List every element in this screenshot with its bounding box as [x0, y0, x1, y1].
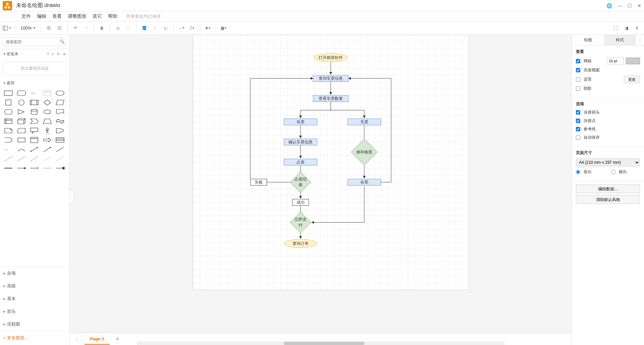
- autosave-checkbox[interactable]: [576, 135, 580, 140]
- horizontal-scrollbar[interactable]: [137, 342, 504, 345]
- fill-color-icon[interactable]: 🪣: [140, 24, 149, 32]
- globe-icon[interactable]: 🌐: [606, 3, 612, 8]
- zoom-selector[interactable]: 100%▼: [18, 25, 38, 30]
- to-back-icon[interactable]: ▢: [124, 24, 133, 32]
- node-fail[interactable]: 失败: [250, 179, 267, 186]
- close-button[interactable]: ✕: [637, 3, 641, 8]
- shape-and[interactable]: [3, 136, 13, 144]
- shadow-icon[interactable]: ◧: [161, 24, 170, 32]
- shape-triangle[interactable]: [16, 108, 26, 116]
- grid-color-swatch[interactable]: [626, 58, 640, 64]
- menu-file[interactable]: 文件: [21, 13, 31, 19]
- minimize-button[interactable]: —: [618, 3, 622, 8]
- shape-link3[interactable]: [29, 164, 39, 172]
- shape-container[interactable]: [29, 136, 39, 144]
- scratchpad-close-icon[interactable]: ✕: [63, 52, 66, 57]
- portrait-radio[interactable]: [576, 170, 580, 174]
- node-reserve-result[interactable]: 占座结果: [293, 175, 308, 190]
- shape-dotted-bidir[interactable]: [42, 155, 52, 162]
- pagesize-select[interactable]: A4 (210 mm x 297 mm): [576, 158, 640, 166]
- shape-line[interactable]: [55, 146, 65, 153]
- shapes-section-header[interactable]: 通用: [0, 78, 69, 87]
- shape-process[interactable]: [29, 99, 39, 106]
- node-start[interactable]: 打开购票软件: [314, 53, 347, 62]
- shape-dashed-line[interactable]: [29, 155, 39, 162]
- format-panel-icon[interactable]: ◨: [622, 24, 631, 32]
- pages-menu-icon[interactable]: ⋮: [72, 335, 82, 344]
- to-front-icon[interactable]: ▣: [113, 24, 122, 32]
- scratchpad-help-icon[interactable]: ?: [47, 52, 49, 57]
- pageview-checkbox[interactable]: [576, 68, 580, 72]
- shape-internal-storage[interactable]: [3, 118, 13, 125]
- shape-tape[interactable]: [55, 118, 65, 125]
- shape-callout[interactable]: [29, 127, 39, 134]
- node-check-qty[interactable]: 查看车票数量: [313, 95, 348, 102]
- fullscreen-icon[interactable]: ⛶: [611, 24, 620, 32]
- zoom-out-icon[interactable]: [55, 24, 64, 32]
- tab-style[interactable]: 样式: [604, 35, 636, 45]
- edit-data-button[interactable]: 编辑数据...: [576, 185, 640, 193]
- node-waitlist[interactable]: 候补购票: [355, 143, 374, 161]
- line-color-icon[interactable]: ✎: [151, 24, 159, 32]
- menu-arrange[interactable]: 调整图形: [68, 13, 87, 19]
- shadow-checkbox[interactable]: [576, 86, 580, 91]
- more-shapes-button[interactable]: + 更多图形...: [0, 331, 69, 345]
- node-pay-now[interactable]: 立即支付: [293, 215, 308, 230]
- node-query-order[interactable]: 查询订单: [284, 239, 317, 248]
- search-icon[interactable]: 🔍: [60, 39, 65, 44]
- background-checkbox[interactable]: [576, 77, 580, 82]
- shape-card[interactable]: [16, 127, 26, 134]
- shape-cylinder[interactable]: [29, 108, 39, 116]
- shape-square[interactable]: [3, 99, 13, 106]
- insert-icon[interactable]: +▼: [204, 24, 212, 32]
- shape-link2[interactable]: [16, 164, 26, 172]
- scratchpad-title[interactable]: 便笺本: [3, 51, 18, 57]
- clear-style-button[interactable]: 清除默认风格: [576, 195, 640, 204]
- shape-link1[interactable]: [3, 164, 13, 172]
- node-has-ticket2[interactable]: 有票: [347, 179, 381, 186]
- shape-document[interactable]: [55, 108, 65, 116]
- guides-checkbox[interactable]: [576, 127, 580, 131]
- add-page-button[interactable]: +: [112, 336, 123, 343]
- shape-cube[interactable]: [16, 118, 26, 125]
- sidebar-toggle-icon[interactable]: ▼: [3, 24, 11, 32]
- menu-edit[interactable]: 编辑: [37, 13, 46, 19]
- shape-ellipse[interactable]: [55, 89, 65, 97]
- delete-icon[interactable]: 🗑: [98, 24, 106, 32]
- grid-size-input[interactable]: [607, 57, 624, 65]
- shape-link4[interactable]: [42, 164, 52, 172]
- table-icon[interactable]: ▦▼: [219, 24, 228, 32]
- shape-hexagon[interactable]: [3, 108, 13, 116]
- scratchpad-dropzone[interactable]: 把元素拖至此处: [3, 62, 67, 75]
- shape-actor[interactable]: [42, 127, 52, 134]
- sidebar-collapse-handle[interactable]: ⋮: [70, 190, 74, 203]
- category-misc[interactable]: 杂项: [0, 267, 69, 280]
- change-bg-button[interactable]: 更改: [624, 76, 640, 83]
- shape-cloud[interactable]: [42, 108, 52, 116]
- node-success[interactable]: 成功: [292, 199, 309, 206]
- node-reserve[interactable]: 占座: [284, 159, 317, 165]
- node-no-ticket[interactable]: 无票: [347, 119, 381, 125]
- waypoint-icon[interactable]: ⤴▼: [188, 24, 197, 32]
- search-input[interactable]: [3, 38, 67, 46]
- shape-trapezoid[interactable]: [42, 118, 52, 125]
- shape-datastore[interactable]: [16, 136, 26, 144]
- node-query-info[interactable]: 查询车票信息: [313, 75, 348, 82]
- shape-note[interactable]: [3, 127, 13, 134]
- shape-rounded-rect[interactable]: [16, 89, 26, 97]
- collapse-expand-icon[interactable]: ⇕: [633, 24, 641, 32]
- tab-diagram[interactable]: 绘图: [572, 35, 604, 45]
- shape-bidir-arrow[interactable]: [29, 146, 39, 153]
- zoom-in-icon[interactable]: [45, 24, 53, 32]
- page-tab-1[interactable]: Page-1: [85, 334, 110, 345]
- category-basic[interactable]: 基本: [0, 292, 69, 305]
- category-advanced[interactable]: 高级: [0, 280, 69, 292]
- scratchpad-edit-icon[interactable]: ✎: [57, 52, 60, 57]
- maximize-button[interactable]: ☐: [628, 3, 632, 8]
- landscape-radio[interactable]: [611, 170, 615, 174]
- grid-checkbox[interactable]: [576, 59, 580, 63]
- menu-view[interactable]: 查看: [52, 13, 62, 19]
- shape-arrow-line[interactable]: [42, 146, 52, 153]
- shape-or[interactable]: [55, 127, 65, 134]
- shape-link5[interactable]: [55, 164, 65, 172]
